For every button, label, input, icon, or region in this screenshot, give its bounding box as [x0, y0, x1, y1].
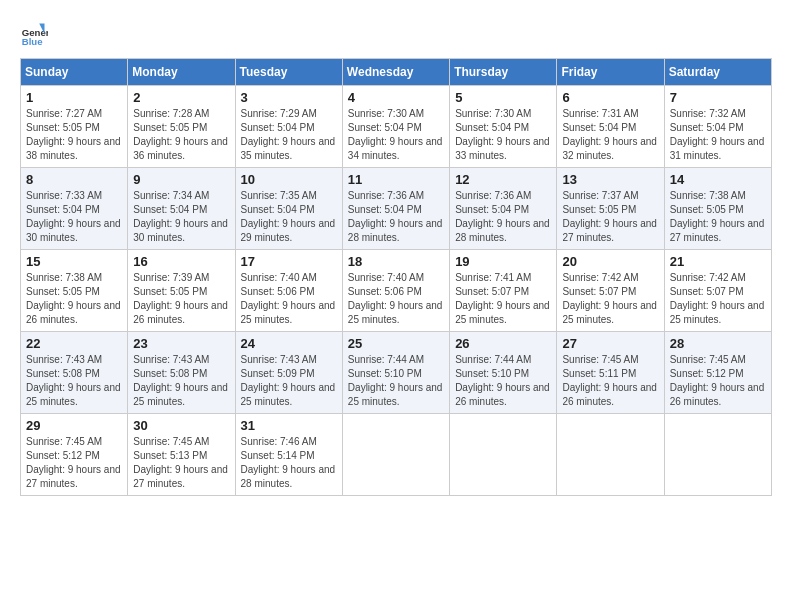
day-info: Sunrise: 7:43 AMSunset: 5:09 PMDaylight:…	[241, 354, 336, 407]
day-info: Sunrise: 7:44 AMSunset: 5:10 PMDaylight:…	[348, 354, 443, 407]
day-number: 18	[348, 254, 444, 269]
weekday-header-tuesday: Tuesday	[235, 59, 342, 86]
day-cell-25: 25 Sunrise: 7:44 AMSunset: 5:10 PMDaylig…	[342, 332, 449, 414]
day-cell-8: 8 Sunrise: 7:33 AMSunset: 5:04 PMDayligh…	[21, 168, 128, 250]
weekday-header-sunday: Sunday	[21, 59, 128, 86]
day-info: Sunrise: 7:45 AMSunset: 5:11 PMDaylight:…	[562, 354, 657, 407]
logo-icon: General Blue	[20, 20, 48, 48]
calendar-table: SundayMondayTuesdayWednesdayThursdayFrid…	[20, 58, 772, 496]
day-number: 20	[562, 254, 658, 269]
day-cell-16: 16 Sunrise: 7:39 AMSunset: 5:05 PMDaylig…	[128, 250, 235, 332]
week-row-4: 22 Sunrise: 7:43 AMSunset: 5:08 PMDaylig…	[21, 332, 772, 414]
empty-cell	[664, 414, 771, 496]
day-cell-29: 29 Sunrise: 7:45 AMSunset: 5:12 PMDaylig…	[21, 414, 128, 496]
day-cell-23: 23 Sunrise: 7:43 AMSunset: 5:08 PMDaylig…	[128, 332, 235, 414]
day-info: Sunrise: 7:35 AMSunset: 5:04 PMDaylight:…	[241, 190, 336, 243]
day-number: 26	[455, 336, 551, 351]
week-row-2: 8 Sunrise: 7:33 AMSunset: 5:04 PMDayligh…	[21, 168, 772, 250]
day-number: 22	[26, 336, 122, 351]
week-row-3: 15 Sunrise: 7:38 AMSunset: 5:05 PMDaylig…	[21, 250, 772, 332]
day-info: Sunrise: 7:45 AMSunset: 5:13 PMDaylight:…	[133, 436, 228, 489]
week-row-1: 1 Sunrise: 7:27 AMSunset: 5:05 PMDayligh…	[21, 86, 772, 168]
day-info: Sunrise: 7:38 AMSunset: 5:05 PMDaylight:…	[26, 272, 121, 325]
day-cell-30: 30 Sunrise: 7:45 AMSunset: 5:13 PMDaylig…	[128, 414, 235, 496]
day-info: Sunrise: 7:42 AMSunset: 5:07 PMDaylight:…	[562, 272, 657, 325]
day-number: 2	[133, 90, 229, 105]
weekday-header-thursday: Thursday	[450, 59, 557, 86]
day-number: 6	[562, 90, 658, 105]
day-info: Sunrise: 7:29 AMSunset: 5:04 PMDaylight:…	[241, 108, 336, 161]
header: General Blue	[20, 20, 772, 48]
day-cell-2: 2 Sunrise: 7:28 AMSunset: 5:05 PMDayligh…	[128, 86, 235, 168]
day-info: Sunrise: 7:36 AMSunset: 5:04 PMDaylight:…	[348, 190, 443, 243]
day-info: Sunrise: 7:41 AMSunset: 5:07 PMDaylight:…	[455, 272, 550, 325]
day-cell-14: 14 Sunrise: 7:38 AMSunset: 5:05 PMDaylig…	[664, 168, 771, 250]
day-cell-3: 3 Sunrise: 7:29 AMSunset: 5:04 PMDayligh…	[235, 86, 342, 168]
day-cell-24: 24 Sunrise: 7:43 AMSunset: 5:09 PMDaylig…	[235, 332, 342, 414]
day-cell-10: 10 Sunrise: 7:35 AMSunset: 5:04 PMDaylig…	[235, 168, 342, 250]
day-info: Sunrise: 7:37 AMSunset: 5:05 PMDaylight:…	[562, 190, 657, 243]
day-cell-27: 27 Sunrise: 7:45 AMSunset: 5:11 PMDaylig…	[557, 332, 664, 414]
weekday-header-row: SundayMondayTuesdayWednesdayThursdayFrid…	[21, 59, 772, 86]
day-info: Sunrise: 7:27 AMSunset: 5:05 PMDaylight:…	[26, 108, 121, 161]
day-info: Sunrise: 7:39 AMSunset: 5:05 PMDaylight:…	[133, 272, 228, 325]
day-number: 1	[26, 90, 122, 105]
day-number: 16	[133, 254, 229, 269]
day-info: Sunrise: 7:45 AMSunset: 5:12 PMDaylight:…	[670, 354, 765, 407]
day-info: Sunrise: 7:36 AMSunset: 5:04 PMDaylight:…	[455, 190, 550, 243]
day-cell-17: 17 Sunrise: 7:40 AMSunset: 5:06 PMDaylig…	[235, 250, 342, 332]
day-number: 25	[348, 336, 444, 351]
day-cell-6: 6 Sunrise: 7:31 AMSunset: 5:04 PMDayligh…	[557, 86, 664, 168]
day-info: Sunrise: 7:31 AMSunset: 5:04 PMDaylight:…	[562, 108, 657, 161]
logo: General Blue	[20, 20, 48, 48]
day-number: 15	[26, 254, 122, 269]
day-cell-13: 13 Sunrise: 7:37 AMSunset: 5:05 PMDaylig…	[557, 168, 664, 250]
day-info: Sunrise: 7:32 AMSunset: 5:04 PMDaylight:…	[670, 108, 765, 161]
day-cell-9: 9 Sunrise: 7:34 AMSunset: 5:04 PMDayligh…	[128, 168, 235, 250]
day-cell-21: 21 Sunrise: 7:42 AMSunset: 5:07 PMDaylig…	[664, 250, 771, 332]
day-info: Sunrise: 7:45 AMSunset: 5:12 PMDaylight:…	[26, 436, 121, 489]
day-number: 23	[133, 336, 229, 351]
day-cell-12: 12 Sunrise: 7:36 AMSunset: 5:04 PMDaylig…	[450, 168, 557, 250]
day-info: Sunrise: 7:42 AMSunset: 5:07 PMDaylight:…	[670, 272, 765, 325]
day-info: Sunrise: 7:43 AMSunset: 5:08 PMDaylight:…	[26, 354, 121, 407]
day-info: Sunrise: 7:38 AMSunset: 5:05 PMDaylight:…	[670, 190, 765, 243]
day-info: Sunrise: 7:43 AMSunset: 5:08 PMDaylight:…	[133, 354, 228, 407]
day-cell-22: 22 Sunrise: 7:43 AMSunset: 5:08 PMDaylig…	[21, 332, 128, 414]
empty-cell	[557, 414, 664, 496]
day-number: 13	[562, 172, 658, 187]
day-cell-11: 11 Sunrise: 7:36 AMSunset: 5:04 PMDaylig…	[342, 168, 449, 250]
day-cell-31: 31 Sunrise: 7:46 AMSunset: 5:14 PMDaylig…	[235, 414, 342, 496]
day-number: 24	[241, 336, 337, 351]
day-info: Sunrise: 7:34 AMSunset: 5:04 PMDaylight:…	[133, 190, 228, 243]
day-number: 28	[670, 336, 766, 351]
weekday-header-wednesday: Wednesday	[342, 59, 449, 86]
day-cell-15: 15 Sunrise: 7:38 AMSunset: 5:05 PMDaylig…	[21, 250, 128, 332]
day-info: Sunrise: 7:40 AMSunset: 5:06 PMDaylight:…	[348, 272, 443, 325]
day-cell-20: 20 Sunrise: 7:42 AMSunset: 5:07 PMDaylig…	[557, 250, 664, 332]
day-info: Sunrise: 7:30 AMSunset: 5:04 PMDaylight:…	[455, 108, 550, 161]
day-info: Sunrise: 7:33 AMSunset: 5:04 PMDaylight:…	[26, 190, 121, 243]
day-number: 12	[455, 172, 551, 187]
weekday-header-saturday: Saturday	[664, 59, 771, 86]
day-cell-28: 28 Sunrise: 7:45 AMSunset: 5:12 PMDaylig…	[664, 332, 771, 414]
empty-cell	[450, 414, 557, 496]
day-info: Sunrise: 7:28 AMSunset: 5:05 PMDaylight:…	[133, 108, 228, 161]
day-number: 4	[348, 90, 444, 105]
day-cell-18: 18 Sunrise: 7:40 AMSunset: 5:06 PMDaylig…	[342, 250, 449, 332]
day-number: 8	[26, 172, 122, 187]
day-number: 27	[562, 336, 658, 351]
day-number: 21	[670, 254, 766, 269]
weekday-header-monday: Monday	[128, 59, 235, 86]
week-row-5: 29 Sunrise: 7:45 AMSunset: 5:12 PMDaylig…	[21, 414, 772, 496]
day-info: Sunrise: 7:44 AMSunset: 5:10 PMDaylight:…	[455, 354, 550, 407]
empty-cell	[342, 414, 449, 496]
svg-text:Blue: Blue	[22, 36, 43, 47]
day-number: 29	[26, 418, 122, 433]
day-number: 7	[670, 90, 766, 105]
day-number: 11	[348, 172, 444, 187]
day-number: 5	[455, 90, 551, 105]
day-cell-5: 5 Sunrise: 7:30 AMSunset: 5:04 PMDayligh…	[450, 86, 557, 168]
day-number: 9	[133, 172, 229, 187]
day-cell-19: 19 Sunrise: 7:41 AMSunset: 5:07 PMDaylig…	[450, 250, 557, 332]
